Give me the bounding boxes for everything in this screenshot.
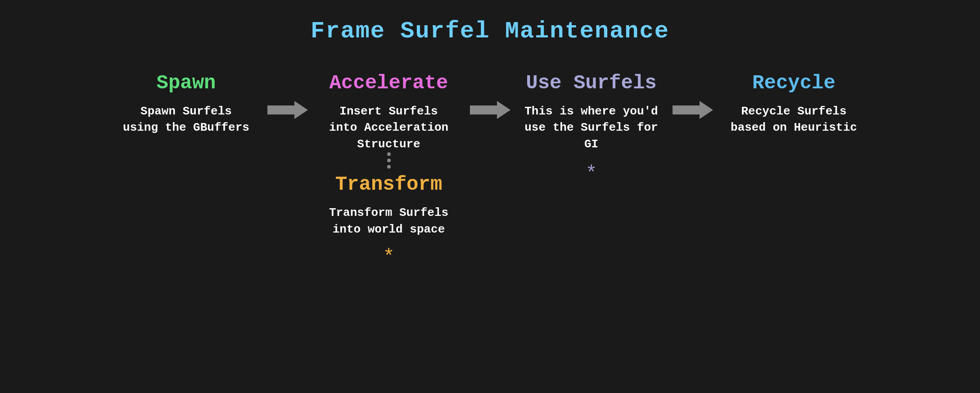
transform-label: Transform (335, 173, 443, 196)
svg-marker-2 (673, 101, 713, 119)
dot-1 (387, 152, 391, 156)
branch-dots (387, 152, 391, 169)
arrow-1 (267, 72, 308, 121)
step-transform: Transform Transform Surfelsinto world sp… (329, 173, 448, 266)
recycle-label: Recycle (752, 72, 835, 94)
spawn-desc: Spawn Surfelsusing the GBuffers (123, 103, 249, 136)
accelerate-desc: Insert Surfelsinto AccelerationStructure (329, 103, 448, 152)
flow-row: Spawn Spawn Surfelsusing the GBuffers Ac… (36, 72, 944, 266)
svg-marker-0 (267, 101, 308, 119)
use-surfels-asterisk: * (587, 160, 595, 183)
arrow-2 (470, 72, 510, 121)
dot-3 (387, 165, 391, 169)
svg-marker-1 (470, 101, 510, 119)
use-surfels-desc: This is where you'duse the Surfels for G… (515, 103, 668, 152)
step-use-surfels: Use Surfels This is where you'duse the S… (515, 72, 668, 183)
accelerate-label: Accelerate (329, 72, 448, 94)
recycle-desc: Recycle Surfelsbased on Heuristic (731, 103, 857, 136)
step-accelerate: Accelerate Insert Surfelsinto Accelerati… (312, 72, 465, 152)
arrow-3 (673, 72, 713, 121)
main-container: Frame Surfel Maintenance Spawn Spawn Sur… (0, 0, 980, 393)
spawn-label: Spawn (156, 72, 216, 94)
step-recycle: Recycle Recycle Surfelsbased on Heuristi… (718, 72, 871, 136)
transform-desc: Transform Surfelsinto world space (329, 205, 448, 238)
page-title: Frame Surfel Maintenance (311, 18, 669, 45)
transform-asterisk: * (385, 244, 393, 266)
dot-2 (387, 159, 391, 162)
accelerate-column: Accelerate Insert Surfelsinto Accelerati… (312, 72, 465, 266)
use-surfels-label: Use Surfels (526, 72, 656, 94)
step-spawn: Spawn Spawn Surfelsusing the GBuffers (110, 72, 263, 136)
